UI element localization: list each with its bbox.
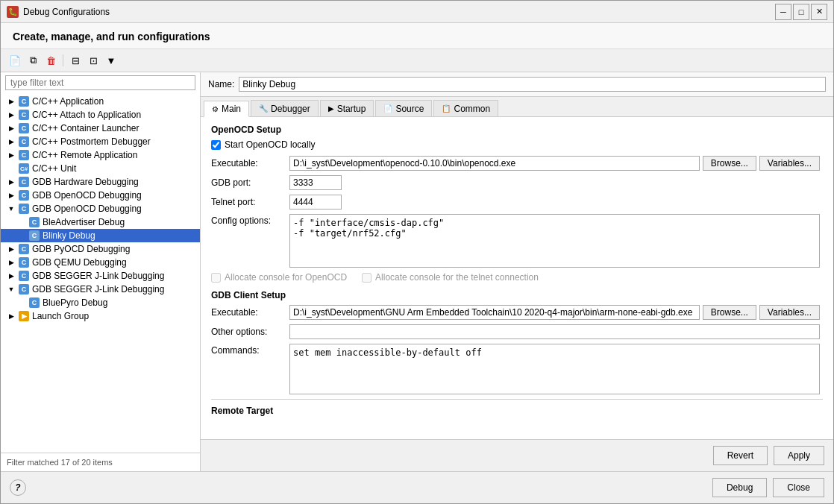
apply-button[interactable]: Apply (774, 446, 824, 465)
c-icon: C (29, 230, 40, 241)
maximize-button[interactable]: □ (793, 4, 809, 20)
tab-bar: ⚙ Main 🔧 Debugger ▶ Startup 📄 Source 📋 (201, 97, 833, 117)
tree-item-ble-advertiser[interactable]: C BleAdvertiser Debug (1, 215, 200, 229)
tree-item-cpp-remote[interactable]: ▶ C C/C++ Remote Application (1, 148, 200, 162)
filter-dropdown-button[interactable]: ▼ (103, 52, 119, 69)
new-config-button[interactable]: 📄 (7, 52, 23, 69)
start-locally-row: Start OpenOCD locally (211, 139, 823, 150)
close-button[interactable]: Close (773, 478, 824, 497)
expand-icon[interactable]: ▼ (7, 286, 16, 293)
revert-button[interactable]: Revert (713, 446, 768, 465)
openocd-setup-title: OpenOCD Setup (211, 125, 823, 135)
common-tab-icon: 📋 (442, 104, 451, 113)
title-bar-controls: ─ □ ✕ (775, 4, 827, 20)
tree-item-gdb-segger2[interactable]: ▼ C GDB SEGGER J-Link Debugging (1, 283, 200, 296)
header-subtitle: Create, manage, and run configurations (13, 31, 821, 42)
gdb-port-input[interactable] (289, 175, 342, 190)
sidebar: ▶ C C/C++ Application ▶ C C/C++ Attach t… (1, 72, 201, 471)
tree-item-gdb-segger1[interactable]: ▶ C GDB SEGGER J-Link Debugging (1, 269, 200, 283)
dialog-bottom-bar: ? Debug Close (1, 471, 833, 503)
gdb-executable-input[interactable] (289, 305, 700, 320)
telnet-port-row: Telnet port: (211, 195, 823, 210)
c-icon: C (19, 177, 29, 187)
tree-item-gdb-hw[interactable]: ▶ C GDB Hardware Debugging (1, 175, 200, 189)
allocate-ocd-checkbox[interactable] (211, 273, 221, 283)
c-icon: C (19, 150, 29, 160)
tab-startup[interactable]: ▶ Startup (320, 100, 374, 116)
tree-item-cpp-app[interactable]: ▶ C C/C++ Application (1, 95, 200, 108)
expand-icon[interactable]: ▶ (7, 125, 16, 132)
tab-source[interactable]: 📄 Source (375, 100, 432, 116)
collapse-all-button[interactable]: ⊟ (67, 52, 84, 69)
variables-button-gdb[interactable]: Variables... (759, 305, 820, 320)
c-icon: C (19, 96, 29, 107)
tree-item-gdb-pyocd[interactable]: ▶ C GDB PyOCD Debugging (1, 242, 200, 256)
main-tab-icon: ⚙ (212, 105, 219, 113)
commands-textarea[interactable]: set mem inaccessible-by-default off (289, 344, 820, 394)
expand-icon[interactable]: ▶ (7, 151, 16, 159)
tree-item-cpp-attach[interactable]: ▶ C C/C++ Attach to Application (1, 108, 200, 122)
content-area: OpenOCD Setup Start OpenOCD locally Exec… (201, 117, 833, 439)
expand-icon[interactable]: ▶ (7, 272, 16, 280)
title-bar-left: 🐛 Debug Configurations (7, 6, 110, 18)
tree-label: GDB OpenOCD Debugging (32, 190, 142, 201)
tree-label: C/C++ Unit (32, 163, 76, 174)
commands-label: Commands: (211, 344, 289, 356)
tree-item-cpp-container[interactable]: ▶ C C/C++ Container Launcher (1, 122, 200, 135)
variables-button-ocd[interactable]: Variables... (759, 156, 820, 171)
tree-item-gdb-qemu[interactable]: ▶ C GDB QEMU Debugging (1, 256, 200, 269)
executable-label: Executable: (211, 158, 289, 168)
tab-debugger[interactable]: 🔧 Debugger (251, 100, 319, 116)
name-label: Name: (208, 79, 234, 89)
tree-item-launch-group[interactable]: ▶ ▶ Launch Group (1, 309, 200, 323)
tab-main[interactable]: ⚙ Main (204, 101, 249, 117)
duplicate-config-button[interactable]: ⧉ (25, 52, 41, 69)
c-icon: C (19, 257, 29, 268)
name-input[interactable] (239, 77, 826, 92)
c-icon: C (19, 284, 29, 294)
configuration-tree: ▶ C C/C++ Application ▶ C C/C++ Attach t… (1, 93, 200, 453)
tree-label: GDB Hardware Debugging (32, 177, 139, 187)
allocate-telnet-checkbox[interactable] (362, 273, 371, 283)
delete-config-button[interactable]: 🗑 (43, 52, 59, 69)
tree-item-gdb-openocd2[interactable]: ▼ C GDB OpenOCD Debugging (1, 202, 200, 215)
start-locally-checkbox[interactable] (211, 140, 221, 150)
expand-icon[interactable]: ▶ (7, 245, 16, 253)
tree-label: C/C++ Container Launcher (32, 123, 139, 133)
tree-item-cpp-unit[interactable]: C# C/C++ Unit (1, 162, 200, 175)
tree-item-blinky-debug[interactable]: C Blinky Debug (1, 229, 200, 242)
tree-item-gdb-openocd1[interactable]: ▶ C GDB OpenOCD Debugging (1, 189, 200, 202)
debug-button[interactable]: Debug (712, 478, 767, 497)
tab-common[interactable]: 📋 Common (433, 100, 498, 116)
browse-button-gdb[interactable]: Browse... (703, 305, 756, 320)
debugger-tab-icon: 🔧 (259, 104, 268, 113)
expand-icon[interactable]: ▶ (7, 111, 16, 119)
config-options-textarea[interactable]: -f "interface/cmsis-dap.cfg" -f "target/… (289, 214, 820, 268)
other-options-row: Other options: (211, 324, 823, 339)
start-locally-label: Start OpenOCD locally (225, 139, 315, 150)
expand-icon[interactable]: ▶ (7, 98, 16, 105)
allocate-ocd-item: Allocate console for OpenOCD (211, 272, 347, 283)
debug-configurations-window: 🐛 Debug Configurations ─ □ ✕ Create, man… (0, 0, 834, 504)
commands-row: Commands: set mem inaccessible-by-defaul… (211, 344, 823, 394)
expand-icon[interactable]: ▶ (7, 192, 16, 199)
c-icon: C (19, 110, 29, 120)
executable-input[interactable] (289, 156, 700, 171)
tree-item-cpp-postmortem[interactable]: ▶ C C/C++ Postmortem Debugger (1, 135, 200, 148)
tree-label: C/C++ Application (32, 96, 104, 107)
filter-input[interactable] (5, 75, 195, 90)
expand-icon[interactable]: ▼ (7, 205, 16, 212)
minimize-button[interactable]: ─ (775, 4, 791, 20)
gdb-client-setup-title: GDB Client Setup (211, 290, 823, 300)
expand-icon[interactable]: ▶ (7, 312, 16, 320)
telnet-port-input[interactable] (289, 195, 342, 210)
browse-button-ocd[interactable]: Browse... (703, 156, 756, 171)
close-window-button[interactable]: ✕ (811, 4, 827, 20)
filter-button[interactable]: ⊡ (85, 52, 101, 69)
help-button[interactable]: ? (10, 479, 26, 496)
tree-item-bluepyro[interactable]: C BluePyro Debug (1, 296, 200, 309)
expand-icon[interactable]: ▶ (7, 138, 16, 145)
expand-icon[interactable]: ▶ (7, 259, 16, 266)
expand-icon[interactable]: ▶ (7, 178, 16, 186)
other-options-input[interactable] (289, 324, 820, 339)
